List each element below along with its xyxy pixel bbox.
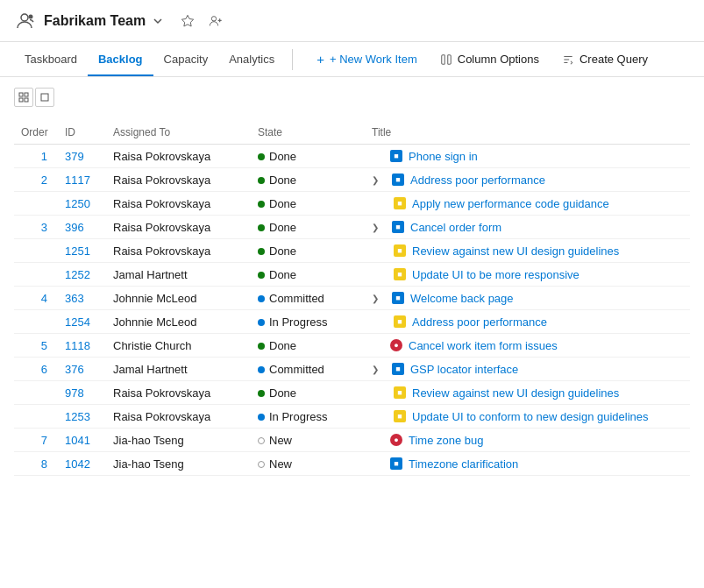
cell-order: 2 — [14, 168, 58, 192]
table-row: 21117Raisa PokrovskayaDone ❯ ■ Address p… — [14, 168, 690, 192]
col-header-title: Title — [365, 121, 690, 145]
work-item-id-link[interactable]: 376 — [65, 363, 84, 376]
assigned-to-text: Jamal Hartnett — [113, 268, 188, 281]
work-item-id-link[interactable]: 1250 — [65, 197, 90, 210]
cell-state: Committed — [251, 287, 365, 310]
work-item-id-link[interactable]: 1041 — [65, 434, 90, 447]
star-button[interactable] — [177, 11, 198, 32]
svg-rect-7 — [19, 93, 23, 96]
work-item-title-link[interactable]: Apply new performance code guidance — [412, 197, 609, 210]
state-text: Done — [269, 244, 296, 258]
work-item-id-link[interactable]: 1251 — [65, 244, 90, 258]
cell-assigned: Raisa Pokrovskaya — [106, 168, 251, 192]
collapse-toggle[interactable]: ❯ — [372, 365, 384, 374]
order-number: 3 — [41, 221, 47, 234]
title-cell-content: ■ Review against new UI design guideline… — [372, 244, 683, 258]
cell-title: ❯ ■ Address poor performance — [365, 168, 690, 192]
work-item-id-link[interactable]: 978 — [65, 386, 84, 400]
collapse-icon — [39, 92, 50, 103]
create-query-button[interactable]: Create Query — [552, 46, 658, 72]
task-icon: ■ — [393, 244, 407, 258]
expand-icon — [18, 92, 29, 103]
work-item-title-link[interactable]: Update UI to conform to new design guide… — [412, 410, 649, 423]
new-work-item-label: + New Work Item — [330, 53, 417, 66]
work-item-title-link[interactable]: Cancel order form — [410, 221, 501, 234]
table-row: 1254Johnnie McLeodIn Progress ■ Address … — [14, 310, 690, 334]
state-text: Done — [269, 150, 296, 163]
cell-assigned: Raisa Pokrovskaya — [106, 381, 251, 405]
toolbar: + + New Work Item Column Options Create … — [307, 46, 658, 73]
new-work-item-button[interactable]: + + New Work Item — [307, 46, 427, 73]
tab-analytics[interactable]: Analytics — [218, 44, 285, 76]
work-item-title-link[interactable]: Address poor performance — [412, 315, 547, 329]
cell-assigned: Christie Church — [106, 334, 251, 358]
cell-id: 1254 — [58, 310, 106, 334]
tab-backlog[interactable]: Backlog — [88, 44, 153, 76]
state-text: Committed — [269, 363, 324, 376]
cell-state: Done — [251, 216, 365, 239]
work-item-title-link[interactable]: Review against new UI design guidelines — [412, 386, 619, 400]
title-cell-content: ■ Address poor performance — [372, 315, 683, 329]
collapse-toggle[interactable]: ❯ — [372, 175, 384, 185]
work-item-title-link[interactable]: Review against new UI design guidelines — [412, 244, 619, 258]
table-row: 51118Christie ChurchDone ● Cancel work i… — [14, 334, 690, 358]
work-item-id-link[interactable]: 363 — [65, 292, 84, 305]
work-item-title-link[interactable]: Timezone clarification — [409, 457, 518, 471]
assigned-to-text: Raisa Pokrovskaya — [113, 150, 210, 163]
expand-all-button[interactable] — [14, 88, 33, 107]
work-item-id-link[interactable]: 1042 — [65, 457, 90, 471]
work-item-title-link[interactable]: Time zone bug — [409, 434, 484, 447]
work-item-title-link[interactable]: Phone sign in — [409, 150, 478, 163]
state-dot-indicator — [258, 414, 265, 421]
chevron-down-icon — [153, 16, 163, 26]
task-icon: ■ — [393, 196, 407, 210]
order-number: 6 — [41, 363, 47, 376]
cell-state: Committed — [251, 358, 365, 381]
nav-toolbar: Taskboard Backlog Capacity Analytics + +… — [0, 42, 704, 77]
cell-id: 363 — [58, 287, 106, 310]
assigned-to-text: Raisa Pokrovskaya — [113, 221, 210, 234]
team-name-container: Fabrikam Team — [14, 11, 226, 32]
person-button[interactable] — [205, 11, 226, 32]
team-chevron-button[interactable] — [149, 12, 167, 30]
work-item-id-link[interactable]: 1118 — [65, 339, 90, 352]
work-item-id-link[interactable]: 1117 — [65, 174, 90, 187]
cell-order: 7 — [14, 429, 58, 452]
table-row: 3396Raisa PokrovskayaDone ❯ ■ Cancel ord… — [14, 216, 690, 239]
collapse-toggle[interactable]: ❯ — [372, 294, 384, 303]
collapse-toggle[interactable]: ❯ — [372, 223, 384, 232]
cell-id: 1117 — [58, 168, 106, 192]
work-item-id-link[interactable]: 1254 — [65, 315, 90, 329]
cell-title: ■ Review against new UI design guideline… — [365, 239, 690, 263]
column-options-button[interactable]: Column Options — [430, 46, 549, 72]
work-item-title-link[interactable]: GSP locator interface — [410, 363, 518, 376]
table-row: 81042Jia-hao TsengNew ■ Timezone clarifi… — [14, 452, 690, 476]
work-item-id-link[interactable]: 396 — [65, 221, 84, 234]
work-item-id-link[interactable]: 379 — [65, 150, 84, 163]
tab-capacity[interactable]: Capacity — [153, 44, 219, 76]
cell-id: 1041 — [58, 429, 106, 452]
work-item-id-link[interactable]: 1253 — [65, 410, 90, 423]
collapse-all-button[interactable] — [35, 88, 54, 107]
tab-taskboard[interactable]: Taskboard — [14, 44, 88, 76]
work-item-title-link[interactable]: Update UI to be more responsive — [412, 268, 580, 281]
work-item-title-link[interactable]: Cancel work item form issues — [409, 339, 558, 352]
cell-state: Done — [251, 145, 365, 168]
col-header-order: Order — [14, 121, 58, 145]
cell-title: ● Cancel work item form issues — [365, 334, 690, 358]
story-icon: ■ — [389, 457, 403, 471]
cell-state: Done — [251, 381, 365, 405]
cell-assigned: Raisa Pokrovskaya — [106, 239, 251, 263]
table-row: 1250Raisa PokrovskayaDone ■ Apply new pe… — [14, 192, 690, 216]
title-cell-content: ■ Phone sign in — [372, 149, 683, 163]
state-dot-indicator — [258, 295, 265, 302]
task-icon: ■ — [393, 409, 407, 423]
table-row: 978Raisa PokrovskayaDone ■ Review agains… — [14, 381, 690, 405]
work-item-title-link[interactable]: Address poor performance — [410, 174, 545, 187]
cell-order: 3 — [14, 216, 58, 239]
svg-point-0 — [21, 14, 28, 21]
work-item-id-link[interactable]: 1252 — [65, 268, 90, 281]
work-item-title-link[interactable]: Welcome back page — [410, 292, 514, 305]
story-icon: ■ — [391, 220, 405, 234]
cell-order: 5 — [14, 334, 58, 358]
